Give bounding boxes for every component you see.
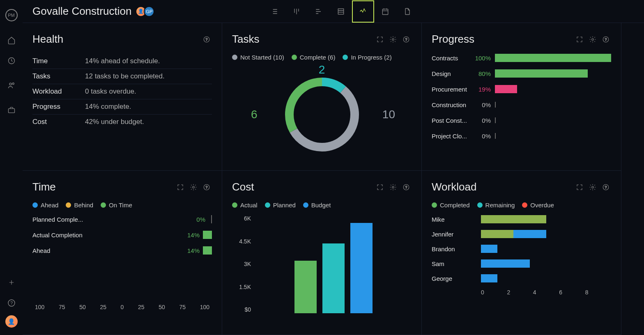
workload-row: George: [432, 274, 611, 282]
legend-label: Completed: [440, 202, 470, 209]
legend-label: Complete (6): [300, 54, 336, 61]
home-icon[interactable]: [3, 32, 20, 48]
help-icon[interactable]: ?: [401, 34, 412, 45]
donut-label-inprogress: 2: [319, 63, 325, 76]
svg-point-19: [193, 186, 195, 188]
legend-label: Ahead: [41, 202, 58, 209]
progress-row: Design80%: [432, 69, 611, 78]
svg-point-22: [392, 186, 394, 188]
help-icon[interactable]: ?: [600, 34, 611, 45]
add-icon[interactable]: [3, 274, 20, 291]
workload-row: Jennifer: [432, 230, 611, 238]
axis-tick: 3K: [244, 261, 251, 267]
help-icon[interactable]: ?: [600, 182, 611, 193]
health-value: 14% complete.: [85, 103, 131, 111]
legend-dot: [101, 202, 106, 208]
progress-tick: [495, 102, 496, 108]
tab-sheet[interactable]: [330, 0, 352, 23]
time-row: Planned Comple...0%: [32, 215, 212, 223]
axis-tick: 100: [35, 304, 44, 310]
progress-track: [495, 69, 611, 78]
legend-label: Overdue: [530, 202, 554, 209]
expand-icon[interactable]: [375, 182, 385, 193]
tab-board[interactable]: [285, 0, 308, 23]
health-label: Progress: [32, 103, 85, 111]
help-icon[interactable]: ?: [3, 295, 20, 311]
user-avatar[interactable]: 👤: [5, 315, 18, 328]
progress-pct: 0%: [472, 133, 491, 140]
tab-gantt[interactable]: [308, 0, 330, 23]
gear-icon[interactable]: [188, 182, 199, 193]
progress-row: Construction0%: [432, 101, 611, 109]
axis-tick: 2: [507, 289, 533, 296]
gear-icon[interactable]: [587, 182, 598, 193]
legend-item: Complete (6): [292, 54, 336, 61]
svg-text:?: ?: [205, 185, 207, 189]
cost-bar: [350, 223, 373, 313]
gear-icon[interactable]: [587, 34, 598, 45]
donut-label-notstarted: 10: [382, 108, 395, 121]
tab-file[interactable]: [396, 0, 419, 23]
help-icon[interactable]: ?: [201, 182, 212, 193]
progress-pct: 0%: [472, 101, 491, 108]
gear-icon[interactable]: [388, 34, 398, 45]
expand-icon[interactable]: [574, 34, 585, 45]
help-icon[interactable]: ?: [401, 182, 412, 193]
health-row: Progress14% complete.: [32, 99, 212, 115]
workload-name: George: [432, 275, 481, 282]
briefcase-icon[interactable]: [3, 102, 20, 118]
sidebar: PM ? 👤: [0, 0, 23, 335]
workload-bar: [481, 259, 611, 268]
cost-bar: [294, 261, 317, 313]
workload-segment: [481, 230, 513, 238]
clock-icon[interactable]: [3, 53, 20, 69]
app-logo[interactable]: PM: [5, 9, 18, 21]
progress-tick: [495, 133, 496, 139]
axis-tick: 8: [585, 289, 611, 296]
expand-icon[interactable]: [574, 182, 585, 193]
project-title: Govalle Construction: [32, 5, 131, 18]
svg-text:?: ?: [405, 185, 407, 189]
legend-dot: [292, 55, 297, 60]
tab-calendar[interactable]: [374, 0, 396, 23]
axis-tick: 0: [481, 289, 507, 296]
member-avatar-2[interactable]: GP: [144, 6, 154, 17]
tasks-donut-chart: 2 10 6: [232, 67, 412, 162]
svg-rect-3: [8, 109, 14, 113]
member-avatars[interactable]: 👤 GP: [138, 6, 154, 17]
workload-row: Mike: [432, 215, 611, 223]
health-label: Tasks: [32, 72, 85, 80]
panel-time: Time ? AheadBehindOn Time Planned Comple…: [23, 171, 222, 335]
time-bar: [203, 246, 212, 255]
legend-item: Behind: [66, 202, 93, 209]
axis-tick: $0: [244, 306, 251, 313]
expand-icon[interactable]: [175, 182, 186, 193]
progress-pct: 100%: [472, 55, 491, 62]
panel-health: Health ? Time14% ahead of schedule.Tasks…: [23, 23, 222, 171]
panel-progress: Progress ? Contracts100%Design80%Procure…: [422, 23, 621, 171]
legend-item: Ahead: [32, 202, 58, 209]
legend-label: In Progress (2): [351, 54, 391, 61]
tab-dashboard[interactable]: [352, 0, 374, 23]
expand-icon[interactable]: [375, 34, 385, 45]
health-value: 0 tasks overdue.: [85, 87, 136, 96]
progress-name: Construction: [432, 101, 472, 108]
legend-label: On Time: [109, 202, 132, 209]
team-icon[interactable]: [3, 77, 20, 94]
axis-tick: 100: [200, 304, 209, 310]
svg-point-16: [592, 38, 594, 40]
progress-track: [495, 101, 611, 109]
health-row: Time14% ahead of schedule.: [32, 54, 212, 69]
workload-bar: [481, 215, 611, 223]
tab-list[interactable]: [263, 0, 285, 23]
legend-item: On Time: [101, 202, 132, 209]
legend-dot: [303, 202, 308, 208]
legend-label: Remaining: [485, 202, 515, 209]
workload-segment: [513, 230, 546, 238]
progress-row: Procurement19%: [432, 85, 611, 93]
progress-name: Contracts: [432, 55, 472, 62]
progress-tick: [495, 117, 496, 123]
gear-icon[interactable]: [388, 182, 398, 193]
help-icon[interactable]: ?: [201, 34, 212, 45]
axis-tick: 4: [533, 289, 559, 296]
